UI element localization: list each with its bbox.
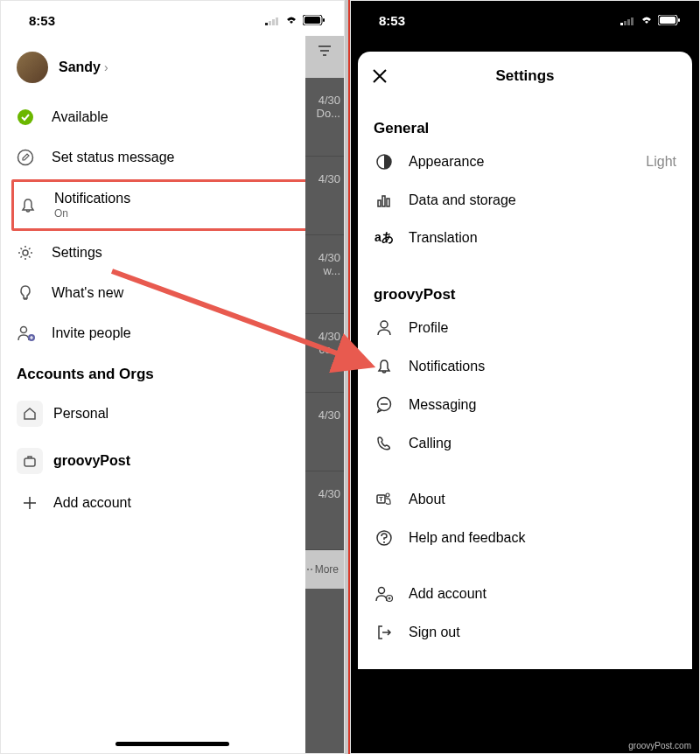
translation-icon: aあ <box>374 230 395 246</box>
status-icons-right <box>620 15 680 25</box>
messaging-item[interactable]: Messaging <box>358 386 692 424</box>
bell-icon-right <box>374 358 395 375</box>
account-org-label: groovyPost <box>53 453 130 469</box>
about-item[interactable]: T About <box>358 480 692 519</box>
set-status-message[interactable]: Set status message <box>1 137 344 178</box>
home-indicator-right[interactable] <box>468 742 582 746</box>
svg-point-24 <box>381 321 388 328</box>
sign-out-item[interactable]: Sign out <box>358 613 692 652</box>
right-phone-settings: 8:53 Settings General Appearance Light <box>350 0 700 754</box>
svg-rect-19 <box>678 18 680 22</box>
account-personal-label: Personal <box>53 406 108 422</box>
status-bar-right: 8:53 <box>351 1 699 36</box>
pencil-icon <box>17 149 39 166</box>
home-indicator-left[interactable] <box>116 742 229 746</box>
chat-icon <box>374 396 395 414</box>
settings-title: Settings <box>358 67 692 85</box>
home-icon <box>17 401 43 427</box>
profile-label: Profile <box>409 320 448 336</box>
profile-row[interactable]: Sandy › <box>1 39 344 97</box>
appearance-label: Appearance <box>409 154 484 170</box>
add-person-icon <box>374 585 395 603</box>
settings-header: Settings <box>358 52 692 101</box>
notifications-item-right[interactable]: Notifications <box>358 347 692 386</box>
svg-rect-18 <box>660 17 676 24</box>
help-icon <box>374 529 395 547</box>
account-personal[interactable]: Personal <box>1 390 344 437</box>
data-storage-item[interactable]: Data and storage <box>358 181 692 220</box>
notifications-label-right: Notifications <box>409 359 485 374</box>
briefcase-icon <box>17 448 43 474</box>
help-label: Help and feedback <box>409 530 525 546</box>
whats-new-label: What's new <box>52 285 123 301</box>
lightbulb-icon <box>17 284 39 302</box>
svg-point-10 <box>21 327 27 333</box>
add-account-right[interactable]: Add account <box>358 575 692 613</box>
svg-rect-21 <box>378 200 381 206</box>
background-chat-gutter: 4/30Do... 4/30 4/30w... 4/30ce... 4/30 4… <box>305 36 344 753</box>
about-label: About <box>409 492 445 507</box>
plus-icon <box>17 496 43 510</box>
invite-icon <box>17 325 39 342</box>
svg-point-9 <box>23 250 28 255</box>
sign-out-icon <box>374 624 395 641</box>
set-status-label: Set status message <box>52 150 175 165</box>
profile-name: Sandy <box>59 59 101 75</box>
svg-rect-23 <box>387 199 389 206</box>
notifications-text: Notifications On <box>54 191 130 220</box>
appearance-item[interactable]: Appearance Light <box>358 143 692 181</box>
profile-icon <box>374 319 395 337</box>
profile-item[interactable]: Profile <box>358 309 692 347</box>
translation-label: Translation <box>409 230 478 246</box>
add-account-label-right: Add account <box>409 586 486 602</box>
svg-rect-0 <box>265 23 268 25</box>
whats-new-item[interactable]: What's new <box>1 273 344 313</box>
status-available[interactable]: Available <box>1 97 344 137</box>
svg-rect-22 <box>382 196 385 206</box>
account-org[interactable]: groovyPost ✓ <box>1 437 344 485</box>
left-phone-sidebar: 8:53 Sandy › Available <box>0 0 345 754</box>
accounts-heading: Accounts and Orgs <box>1 353 344 390</box>
bars-icon <box>374 192 395 209</box>
svg-rect-6 <box>323 18 325 22</box>
svg-rect-14 <box>624 21 626 25</box>
status-bar-left: 8:53 <box>1 1 344 36</box>
settings-label: Settings <box>52 245 102 261</box>
svg-text:T: T <box>379 495 383 503</box>
svg-rect-15 <box>627 19 630 25</box>
svg-rect-2 <box>272 19 275 25</box>
calling-label: Calling <box>409 436 452 451</box>
avatar <box>17 52 48 83</box>
add-account-label-left: Add account <box>53 495 131 511</box>
data-storage-label: Data and storage <box>409 192 516 208</box>
svg-point-31 <box>379 588 385 594</box>
appearance-value: Light <box>646 154 676 170</box>
status-time-right: 8:53 <box>379 13 405 28</box>
contrast-icon <box>374 153 395 171</box>
status-icons <box>265 15 325 25</box>
available-icon <box>17 108 39 126</box>
section-general: General <box>358 108 692 143</box>
bell-icon <box>19 197 42 214</box>
svg-rect-13 <box>620 23 623 25</box>
svg-rect-3 <box>276 17 278 25</box>
notifications-item[interactable]: Notifications On <box>11 179 333 231</box>
svg-point-28 <box>386 493 389 497</box>
svg-rect-1 <box>269 21 271 25</box>
svg-point-8 <box>18 150 33 165</box>
add-account-left[interactable]: Add account <box>1 485 344 521</box>
invite-people-item[interactable]: Invite people <box>1 313 344 353</box>
calling-item[interactable]: Calling <box>358 424 692 463</box>
watermark: groovyPost.com <box>628 741 691 751</box>
svg-point-30 <box>383 541 385 543</box>
translation-item[interactable]: aあ Translation <box>358 220 692 256</box>
chevron-right-icon: › <box>104 60 108 74</box>
settings-item-left[interactable]: Settings <box>1 233 344 273</box>
phone-icon <box>374 435 395 452</box>
status-available-label: Available <box>52 109 108 125</box>
help-item[interactable]: Help and feedback <box>358 519 692 557</box>
filter-icon <box>305 36 344 78</box>
svg-rect-12 <box>24 458 35 466</box>
svg-point-7 <box>18 109 33 125</box>
invite-label: Invite people <box>52 325 131 341</box>
